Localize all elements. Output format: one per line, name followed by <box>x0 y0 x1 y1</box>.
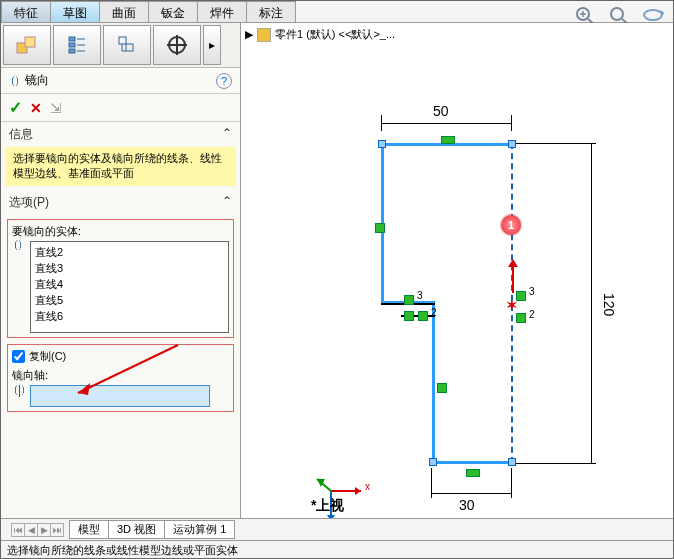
nav-last[interactable]: ⏭ <box>50 523 64 537</box>
svg-rect-9 <box>69 49 75 53</box>
status-bar: 选择镜向所绕的线条或线性模型边线或平面实体 <box>1 540 673 558</box>
options-header-label: 选项(P) <box>9 194 49 211</box>
ext-line <box>511 468 512 498</box>
info-header-label: 信息 <box>9 126 33 143</box>
nav-first[interactable]: ⏮ <box>11 523 25 537</box>
copy-label: 复制(C) <box>29 349 66 364</box>
rel-num: 3 <box>417 290 423 301</box>
nav-prev[interactable]: ◀ <box>24 523 38 537</box>
relation-horizontal[interactable] <box>441 136 455 144</box>
collapse-icon: ⌃ <box>222 126 232 143</box>
relation-tag[interactable] <box>516 313 526 323</box>
sketch-view: 50 120 30 <box>321 83 631 513</box>
feature-manager-tab[interactable] <box>3 25 51 65</box>
confirm-row: ✓ ✕ ⇲ <box>1 94 240 122</box>
tab-3dview[interactable]: 3D 视图 <box>108 520 165 539</box>
sketch-line[interactable] <box>432 461 512 464</box>
svg-rect-7 <box>69 37 75 41</box>
copy-checkbox[interactable] <box>12 350 25 363</box>
entities-label: 要镜向的实体: <box>12 224 229 239</box>
list-item[interactable]: 直线6 <box>35 308 224 324</box>
endpoint[interactable] <box>508 458 516 466</box>
part-name: 零件1 (默认) <<默认>_... <box>275 27 395 42</box>
dim-line <box>431 493 511 494</box>
mirror-icon: ⟮⟯ <box>9 74 21 88</box>
endpoint[interactable] <box>429 458 437 466</box>
entities-listbox[interactable]: 直线2 直线3 直线4 直线5 直线6 <box>30 241 229 333</box>
ext-line <box>511 115 512 131</box>
rel-num: 2 <box>431 307 437 318</box>
svg-point-4 <box>644 10 662 20</box>
entities-icon: ⟮⟯ <box>12 238 24 252</box>
tab-annotate[interactable]: 标注 <box>246 1 296 22</box>
axis-icon: ⟮|⟯ <box>12 383 27 397</box>
svg-rect-8 <box>69 43 75 47</box>
list-item[interactable]: 直线5 <box>35 292 224 308</box>
graphics-area[interactable]: ▶ 零件1 (默认) <<默认>_... 50 120 30 <box>241 23 673 518</box>
panel-title: 镜向 <box>25 72 49 89</box>
callout-1: 1 <box>501 215 521 235</box>
pin-button[interactable]: ⇲ <box>50 100 62 116</box>
origin-icon: ✶ <box>506 297 518 313</box>
rel-num: 2 <box>529 309 535 320</box>
sketch-line[interactable] <box>432 301 435 463</box>
tab-surface[interactable]: 曲面 <box>99 1 149 22</box>
manager-tabs: ▸ <box>1 23 240 68</box>
tab-feature[interactable]: 特征 <box>1 1 51 22</box>
entities-group: 要镜向的实体: ⟮⟯ 直线2 直线3 直线4 直线5 直线6 <box>7 219 234 338</box>
endpoint[interactable] <box>378 140 386 148</box>
rel-num: 3 <box>529 286 535 297</box>
relation-tag[interactable] <box>404 295 414 305</box>
nav-next[interactable]: ▶ <box>37 523 51 537</box>
help-icon[interactable]: ? <box>216 73 232 89</box>
axis-label: 镜向轴: <box>12 368 229 383</box>
svg-rect-14 <box>126 44 133 51</box>
relation-tag[interactable] <box>418 311 428 321</box>
dim-line <box>381 123 511 124</box>
bottom-tabs: ⏮ ◀ ▶ ⏭ 模型 3D 视图 运动算例 1 <box>1 518 673 540</box>
ext-line <box>516 143 596 144</box>
config-manager-tab[interactable] <box>103 25 151 65</box>
tab-sheetmetal[interactable]: 钣金 <box>148 1 198 22</box>
property-manager: ▸ ⟮⟯ 镜向 ? ✓ ✕ ⇲ 信息⌃ 选择要镜向的实体及镜向所绕的线条、线性模… <box>1 23 241 518</box>
property-manager-tab[interactable] <box>53 25 101 65</box>
endpoint[interactable] <box>508 140 516 148</box>
axis-input[interactable] <box>30 385 210 407</box>
part-icon <box>257 28 271 42</box>
cancel-button[interactable]: ✕ <box>30 100 42 116</box>
relation-vertical[interactable] <box>437 383 447 393</box>
ext-line <box>431 468 432 498</box>
ext-line <box>381 115 382 131</box>
view-name: *上视 <box>311 497 344 515</box>
direction-arrow <box>507 259 519 295</box>
info-header[interactable]: 信息⌃ <box>1 122 240 147</box>
options-header[interactable]: 选项(P)⌃ <box>1 190 240 215</box>
tab-nav: ⏮ ◀ ▶ ⏭ <box>11 523 63 537</box>
manager-overflow[interactable]: ▸ <box>203 25 221 65</box>
relation-horizontal[interactable] <box>466 469 480 477</box>
svg-rect-13 <box>119 37 126 44</box>
axis-x-label: x <box>365 481 370 492</box>
dim-120[interactable]: 120 <box>601 293 617 316</box>
list-item[interactable]: 直线4 <box>35 276 224 292</box>
relation-tag[interactable] <box>404 311 414 321</box>
tab-model[interactable]: 模型 <box>69 520 109 539</box>
feature-tree-crumb[interactable]: ▶ 零件1 (默认) <<默认>_... <box>245 27 395 42</box>
axis-group: 复制(C) 镜向轴: ⟮|⟯ <box>7 344 234 412</box>
dim-50[interactable]: 50 <box>433 103 449 119</box>
tab-sketch[interactable]: 草图 <box>50 1 100 22</box>
tab-weldment[interactable]: 焊件 <box>197 1 247 22</box>
dim-line <box>591 143 592 463</box>
ext-line <box>516 463 596 464</box>
relation-vertical[interactable] <box>375 223 385 233</box>
property-header: ⟮⟯ 镜向 ? <box>1 68 240 94</box>
svg-rect-6 <box>25 37 35 47</box>
collapse-icon: ⌃ <box>222 194 232 211</box>
tab-motion[interactable]: 运动算例 1 <box>164 520 235 539</box>
list-item[interactable]: 直线3 <box>35 260 224 276</box>
list-item[interactable]: 直线2 <box>35 244 224 260</box>
expand-icon[interactable]: ▶ <box>245 28 253 41</box>
dim-30[interactable]: 30 <box>459 497 475 513</box>
dimxpert-tab[interactable] <box>153 25 201 65</box>
ok-button[interactable]: ✓ <box>9 98 22 117</box>
